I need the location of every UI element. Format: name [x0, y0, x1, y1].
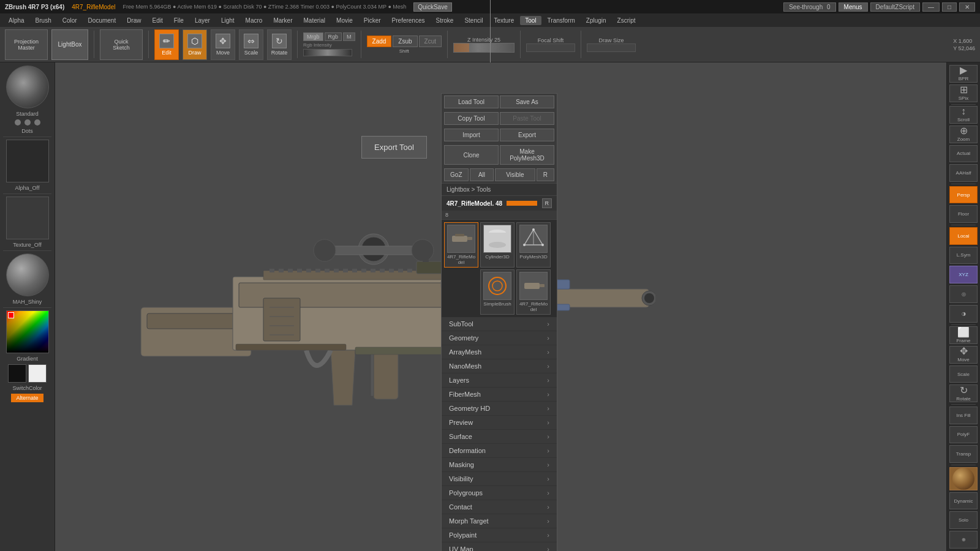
transp-button[interactable]: Transp: [949, 445, 978, 463]
solo-button[interactable]: Solo: [949, 511, 978, 529]
scroll-button[interactable]: ↕ Scroll: [949, 106, 978, 124]
close-button[interactable]: ✕: [959, 2, 975, 12]
draw-size-slider[interactable]: [587, 43, 636, 52]
menu-subtool[interactable]: SubTool: [442, 317, 557, 331]
m-button[interactable]: M: [343, 32, 355, 41]
menu-edit[interactable]: Edit: [148, 16, 168, 25]
menu-geometry[interactable]: Geometry: [442, 331, 557, 345]
tool-item-cylinder[interactable]: Cylinder3D: [480, 222, 514, 268]
menu-zplugin[interactable]: Zplugin: [581, 16, 611, 25]
menu-geometryhd[interactable]: Geometry HD: [442, 402, 557, 416]
menu-stencil[interactable]: Stencil: [459, 16, 488, 25]
z-intensity-slider[interactable]: [453, 43, 514, 53]
make-polymesh-button[interactable]: Make PolyMesh3D: [500, 145, 554, 165]
alpha-preview[interactable]: [6, 140, 49, 182]
menu-document[interactable]: Document: [83, 16, 121, 25]
floor-button[interactable]: Floor: [949, 205, 978, 223]
scale2-button[interactable]: Scale: [949, 365, 978, 383]
canvas-area[interactable]: Export Tool Load Tool Save As Copy Tool …: [55, 62, 946, 551]
menu-alpha[interactable]: Alpha: [4, 16, 29, 25]
menu-marker[interactable]: Marker: [268, 16, 297, 25]
frame-button[interactable]: ⬜ Frame: [949, 326, 978, 344]
menu-transform[interactable]: Transform: [543, 16, 580, 25]
paste-tool-button[interactable]: Paste Tool: [500, 112, 554, 125]
menu-stroke[interactable]: Stroke: [431, 16, 459, 25]
menu-layer[interactable]: Layer: [190, 16, 215, 25]
alternate-button[interactable]: Alternate: [11, 394, 43, 402]
gradient-white[interactable]: [28, 364, 47, 383]
aahalf-button[interactable]: AAHalf: [949, 164, 978, 182]
visible-button[interactable]: Visible: [495, 168, 535, 181]
mrgb-button[interactable]: Mrgb: [303, 32, 323, 41]
save-as-button[interactable]: Save As: [500, 96, 554, 108]
tool-item-rifle2[interactable]: 4R7_RifleModel: [516, 269, 551, 315]
move-button[interactable]: ✥ Move: [211, 29, 235, 60]
zadd-button[interactable]: Zadd: [367, 36, 392, 47]
load-tool-button[interactable]: Load Tool: [444, 96, 499, 108]
menu-deformation[interactable]: Deformation: [442, 444, 557, 458]
menu-polypaint[interactable]: Polypaint: [442, 528, 557, 542]
rgb-intensity-slider[interactable]: [303, 49, 352, 56]
rotate2-button[interactable]: ↻ Rotate: [949, 384, 978, 402]
default-zscript-button[interactable]: DefaultZScript: [870, 2, 920, 12]
material-preview[interactable]: [6, 253, 49, 296]
scale-button[interactable]: ⇔ Scale: [239, 29, 263, 60]
color-box[interactable]: [6, 310, 49, 353]
extra-button[interactable]: ⊕: [949, 531, 978, 549]
rotate-button[interactable]: ↻ Rotate: [267, 29, 292, 60]
tool-item-rifle1[interactable]: 4R7_RifleModel: [444, 222, 478, 268]
r-button[interactable]: R: [537, 168, 554, 181]
rgb-button[interactable]: Rgb: [325, 32, 342, 41]
quicksave-button[interactable]: QuickSave: [413, 2, 451, 12]
menu-movie[interactable]: Movie: [331, 16, 358, 25]
menus-button[interactable]: Menus: [839, 2, 868, 12]
menu-color[interactable]: Color: [58, 16, 82, 25]
texture-preview[interactable]: [6, 197, 49, 239]
material-btn[interactable]: [949, 467, 978, 490]
menu-zscript[interactable]: Zscript: [612, 16, 641, 25]
see-through-button[interactable]: See-through 0: [783, 2, 835, 12]
brush-preview[interactable]: [6, 66, 49, 108]
r2-button[interactable]: R: [542, 198, 552, 208]
menu-texture[interactable]: Texture: [489, 16, 519, 25]
menu-macro[interactable]: Macro: [241, 16, 268, 25]
draw-button[interactable]: ⬡ Draw: [183, 29, 207, 60]
minimize-button[interactable]: —: [922, 2, 940, 12]
projection-master-button[interactable]: Projection Master: [5, 29, 48, 60]
menu-surface[interactable]: Surface: [442, 430, 557, 444]
polyf-button[interactable]: PolyF: [949, 426, 978, 444]
quick-sketch-button[interactable]: Quick Sketch: [100, 29, 143, 60]
menu-nanomesh[interactable]: NanoMesh: [442, 359, 557, 373]
zoom-button[interactable]: ⊕ Zoom: [949, 126, 978, 143]
menu-picker[interactable]: Picker: [359, 16, 386, 25]
menu-arraymesh[interactable]: ArrayMesh: [442, 345, 557, 359]
lsym-button[interactable]: L.Sym: [949, 247, 978, 264]
menu-polygroups[interactable]: Polygroups: [442, 486, 557, 500]
lightbox-button[interactable]: LightBox: [51, 29, 88, 60]
zsub-button[interactable]: Zsub: [393, 36, 417, 47]
menu-fibermesh[interactable]: FiberMesh: [442, 388, 557, 402]
switchcolor-button[interactable]: SwitchColor: [12, 385, 42, 391]
local2-button[interactable]: ◑: [949, 305, 978, 323]
local-button[interactable]: Local: [949, 227, 978, 245]
menu-tool[interactable]: Tool: [520, 16, 541, 25]
menu-uvmap[interactable]: UV Map: [442, 542, 557, 551]
tool-item-polymesh[interactable]: PolyMesh3D: [516, 222, 551, 268]
move2-button[interactable]: ✥ Move: [949, 346, 978, 364]
actual-button[interactable]: Actual: [949, 145, 978, 163]
menu-file[interactable]: File: [169, 16, 189, 25]
menu-preview[interactable]: Preview: [442, 416, 557, 430]
persp-button[interactable]: Persp: [949, 186, 978, 204]
maximize-button[interactable]: □: [942, 2, 957, 12]
import-button[interactable]: Import: [444, 129, 499, 141]
menu-contact[interactable]: Contact: [442, 500, 557, 514]
clone-button[interactable]: Clone: [444, 145, 499, 165]
zcut-button[interactable]: Zcut: [419, 36, 442, 47]
menu-brush[interactable]: Brush: [31, 16, 56, 25]
bpr-button[interactable]: ▶ BPR: [949, 65, 978, 83]
export-button[interactable]: Export: [500, 129, 554, 141]
focal-shift-slider[interactable]: [526, 43, 575, 52]
menu-morphtarget[interactable]: Morph Target: [442, 514, 557, 528]
ins-fill-button[interactable]: Ins Fill: [949, 407, 978, 424]
spix-button[interactable]: ⊞ SPix: [949, 84, 978, 102]
